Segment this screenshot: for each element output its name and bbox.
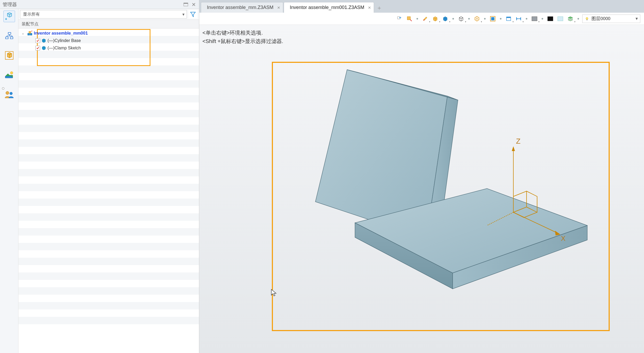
face-select-icon[interactable] — [489, 15, 497, 23]
visibility-checkbox[interactable] — [35, 46, 40, 50]
app-root: 管理器 — [0, 0, 644, 353]
gray-swatch-icon[interactable] — [531, 15, 538, 23]
svg-point-7 — [6, 91, 9, 95]
toolbar-separator — [526, 18, 527, 20]
svg-point-21 — [586, 17, 588, 20]
svg-rect-20 — [558, 17, 563, 21]
layer-dropdown[interactable]: 图层0000 — [582, 15, 640, 23]
svg-rect-2 — [8, 32, 11, 34]
svg-rect-3 — [6, 37, 8, 39]
svg-point-6 — [10, 72, 13, 74]
lightbulb-icon — [585, 17, 589, 21]
layers-stack-icon[interactable] — [566, 15, 574, 23]
cursor-icon — [271, 289, 277, 297]
gold-cube-icon[interactable] — [431, 15, 439, 23]
svg-point-9 — [2, 87, 4, 90]
tree-child-node[interactable]: (—)Clamp Sketch — [18, 44, 199, 52]
tree-child-label: (—)Cylinder Base — [48, 38, 81, 43]
filter-row: 显示所有 — [18, 9, 199, 20]
3d-viewport[interactable]: <单击右键>环境相关选项. <Shift +鼠标右键>显示选择过滤器. — [199, 25, 644, 353]
toolbar-separator — [416, 18, 418, 20]
vertical-tabstrip — [0, 9, 18, 353]
toolbar-separator — [577, 18, 579, 20]
svg-rect-10 — [28, 33, 30, 35]
part-icon — [41, 45, 46, 51]
expand-icon[interactable]: ⌄ — [22, 31, 26, 35]
tree-area: 显示所有 装配节点 — [18, 9, 199, 353]
svg-marker-30 — [512, 146, 515, 151]
toolbar-separator — [500, 18, 501, 20]
svg-rect-1 — [184, 3, 188, 4]
edit-sketch-icon[interactable] — [405, 15, 413, 23]
tree-root-node[interactable]: ⌄ Inventor assemble_mm001 — [18, 30, 199, 37]
workspace: 管理器 — [0, 0, 644, 353]
window-icon[interactable] — [505, 15, 513, 23]
hint-line: <单击右键>环境相关选项. — [202, 29, 283, 37]
document-tab[interactable]: Inventor assemble_mm.Z3ASM ✕ — [201, 2, 283, 13]
assembly-tree[interactable]: ⌄ Inventor assemble_mm001 — [18, 29, 199, 353]
manager-header-actions — [183, 2, 196, 7]
close-panel-icon[interactable] — [191, 2, 196, 7]
svg-rect-22 — [586, 20, 588, 20]
filter-dropdown[interactable]: 显示所有 — [20, 10, 187, 18]
toolbar-separator — [468, 18, 470, 20]
minimize-panel-icon[interactable] — [183, 2, 188, 7]
vtab-users[interactable] — [3, 89, 15, 100]
svg-rect-11 — [30, 33, 32, 35]
document-tab-label: Inventor assemble_mm.Z3ASM — [207, 5, 273, 10]
tree-child-label: (—)Clamp Sketch — [48, 46, 81, 50]
wireframe-cube-icon[interactable] — [457, 15, 465, 23]
tree-column-header-label: 装配节点 — [22, 21, 39, 27]
toolbar-separator — [542, 18, 543, 20]
document-tab[interactable]: Inventor assemble_mm001.Z3ASM ✕ — [284, 2, 374, 13]
black-swatch-icon[interactable] — [546, 15, 554, 23]
axis-z-label: Z — [516, 137, 520, 145]
manager-panel: 管理器 — [0, 0, 199, 353]
svg-rect-18 — [532, 17, 537, 21]
add-tab-button[interactable]: ＋ — [375, 3, 384, 13]
import-icon[interactable] — [395, 15, 403, 23]
filter-button[interactable] — [188, 10, 197, 18]
svg-rect-19 — [548, 17, 553, 21]
tree-column-header: 装配节点 — [18, 20, 199, 29]
assembly-root-icon — [27, 31, 33, 36]
blue-cube-icon[interactable] — [441, 15, 449, 23]
vtab-part[interactable] — [3, 50, 15, 61]
svg-rect-17 — [506, 17, 511, 18]
svg-rect-13 — [407, 17, 410, 20]
3d-model: Z X — [284, 64, 600, 323]
toolbar-separator — [452, 18, 454, 20]
pencil-tool-icon[interactable] — [421, 15, 429, 23]
manager-body: 显示所有 装配节点 — [0, 9, 199, 353]
manager-title: 管理器 — [3, 1, 17, 8]
svg-point-8 — [10, 92, 12, 95]
tree-stripes — [18, 29, 199, 353]
svg-rect-12 — [29, 31, 31, 33]
manager-header: 管理器 — [0, 0, 199, 9]
right-pane: Inventor assemble_mm.Z3ASM ✕ Inventor as… — [199, 0, 644, 353]
tree-child-node[interactable]: (—)Cylinder Base — [18, 37, 199, 44]
document-tabs: Inventor assemble_mm.Z3ASM ✕ Inventor as… — [199, 0, 644, 13]
hint-line: <Shift +鼠标右键>显示选择过滤器. — [202, 37, 283, 45]
part-icon — [41, 38, 46, 43]
light-swatch-icon[interactable] — [556, 15, 564, 23]
tree-content: ⌄ Inventor assemble_mm001 — [18, 29, 199, 53]
close-icon[interactable]: ✕ — [277, 6, 280, 10]
toolbar-separator — [484, 18, 486, 20]
vtab-hierarchy[interactable] — [3, 30, 15, 42]
funnel-icon — [190, 11, 196, 17]
axis-x-label: X — [561, 234, 565, 242]
vtab-render[interactable] — [3, 69, 15, 81]
close-icon[interactable]: ✕ — [368, 6, 371, 10]
vtab-assembly[interactable] — [3, 11, 15, 22]
viewport-toolbar: 图层0000 — [199, 13, 644, 25]
hex-icon[interactable] — [473, 15, 481, 23]
document-tab-label: Inventor assemble_mm001.Z3ASM — [290, 5, 364, 10]
layer-dropdown-label: 图层0000 — [591, 16, 610, 22]
svg-rect-15 — [491, 17, 494, 20]
viewport-hint: <单击右键>环境相关选项. <Shift +鼠标右键>显示选择过滤器. — [202, 29, 283, 45]
visibility-checkbox[interactable] — [35, 38, 40, 43]
svg-rect-4 — [10, 37, 13, 39]
filter-dropdown-label: 显示所有 — [23, 12, 40, 17]
dimension-icon[interactable] — [515, 15, 523, 23]
